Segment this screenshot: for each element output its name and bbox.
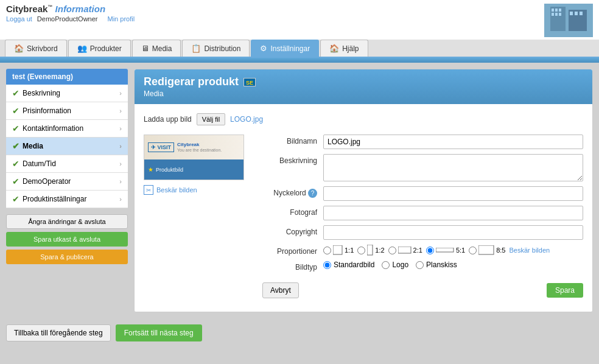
ratio-1-1-radio[interactable] [323, 247, 331, 254]
tab-hjalp-label: Hjälp [342, 44, 359, 53]
next-step-button[interactable]: Fortsätt till nästa steg [116, 324, 202, 341]
svg-rect-4 [555, 9, 558, 12]
tab-installningar[interactable]: ⚙ Inställningar [251, 40, 319, 57]
ratio-2-1-box [398, 247, 412, 254]
ratio-1-1-box [333, 245, 343, 255]
produkter-icon: 👥 [77, 44, 87, 53]
sidebar-title: test (Evenemang) [6, 69, 128, 85]
ratio-1-2-label: 1:2 [375, 247, 384, 254]
brand-tm: ™ [47, 4, 52, 10]
tab-produkter-label: Produkter [90, 44, 122, 53]
crop-link[interactable]: Beskär bilden [509, 247, 550, 254]
distribution-icon: 📋 [191, 44, 201, 53]
username-display: DemoProductOwner [37, 15, 98, 24]
bildtyp-logo[interactable]: Logo [382, 261, 408, 269]
sidebar-item-label: Beskrivning [23, 89, 60, 97]
svg-rect-7 [555, 13, 558, 16]
product-label: Produktbild [156, 167, 183, 173]
ratio-1-2-radio[interactable] [357, 247, 365, 254]
bildtyp-standardbild[interactable]: Standardbild [323, 261, 374, 269]
copyright-input[interactable] [323, 225, 583, 240]
sidebar-item-demooperator[interactable]: ✔ DemoOperator › [6, 173, 128, 191]
ratio-1-1-label: 1:1 [345, 247, 354, 254]
save-publish-button[interactable]: Spara & publicera [6, 250, 128, 264]
bildtyp-options: Standardbild Logo Planskiss [323, 261, 457, 269]
ratio-8-5-radio[interactable] [469, 247, 477, 254]
tab-hjalp[interactable]: 🏠 Hjälp [320, 40, 368, 57]
cb-logo: CitybreakYou are the destination. [177, 142, 222, 153]
check-icon: ✔ [12, 159, 19, 169]
skrivbord-icon: 🏠 [14, 44, 24, 53]
bildtyp-logo-label: Logo [392, 261, 408, 269]
tab-produkter[interactable]: 👥 Produkter [68, 40, 131, 57]
bildtyp-planskiss-radio[interactable] [416, 261, 424, 269]
sidebar-item-datumtid[interactable]: ✔ Datum/Tid › [6, 155, 128, 173]
proportioner-row: Proportioner 1:1 1:2 [262, 245, 583, 256]
blue-bar [0, 58, 599, 63]
sidebar-item-label: Datum/Tid [23, 159, 56, 168]
nyckelord-row: Nyckelord ? [262, 186, 583, 201]
header-left: Citybreak™ Information Logga ut DemoProd… [6, 4, 135, 24]
bildnamn-row: Bildnamn [262, 135, 583, 149]
title-text: Redigerar produkt [144, 75, 239, 88]
ratio-5-1-box [436, 248, 454, 253]
bildtyp-planskiss[interactable]: Planskiss [416, 261, 457, 269]
cancel-button[interactable]: Avbryt [262, 282, 299, 298]
beskrivning-textarea[interactable] [323, 154, 583, 181]
tab-media-label: Media [152, 44, 172, 53]
prev-step-button[interactable]: Tillbaka till föregående steg [6, 324, 111, 341]
check-icon: ✔ [12, 124, 19, 133]
check-icon: ✔ [12, 141, 19, 151]
hjalp-icon: 🏠 [329, 44, 339, 53]
copyright-label: Copyright [262, 225, 317, 236]
sidebar-item-media[interactable]: ✔ Media › [6, 138, 128, 155]
sidebar-item-left: ✔ DemoOperator [12, 177, 71, 186]
profile-link[interactable]: Min profil [107, 15, 135, 24]
nyckelord-input[interactable] [323, 186, 583, 201]
svg-rect-6 [552, 13, 554, 16]
tab-distribution[interactable]: 📋 Distribution [182, 40, 250, 57]
upload-filename: LOGO.jpg [230, 115, 263, 124]
svg-rect-11 [580, 12, 583, 15]
bottom-nav: Tillbaka till föregående steg Fortsätt t… [0, 318, 599, 348]
ratio-2-1-radio[interactable] [388, 247, 396, 254]
brand-name: Citybreak [6, 4, 47, 14]
sidebar-item-label: Prisinformation [23, 107, 71, 115]
beskrivning-label: Beskrivning [262, 154, 317, 165]
ratio-1-2[interactable]: 1:2 [357, 245, 384, 256]
check-icon: ✔ [12, 194, 19, 204]
image-bottom: ★ Produktbild [144, 159, 243, 180]
crop-image-button[interactable]: ✂ Beskär bilden [144, 185, 253, 195]
ratio-8-5[interactable]: 8:5 [469, 245, 505, 255]
ratio-2-1-label: 2:1 [413, 247, 422, 254]
ratio-2-1[interactable]: 2:1 [388, 247, 422, 254]
bildtyp-standardbild-radio[interactable] [323, 261, 331, 269]
sidebar-item-prisinformation[interactable]: ✔ Prisinformation › [6, 102, 128, 120]
sidebar-item-kontaktinformation[interactable]: ✔ Kontaktinformation › [6, 120, 128, 138]
svg-rect-12 [333, 245, 342, 254]
tab-skrivbord-label: Skrivbord [27, 44, 58, 53]
ratio-1-1[interactable]: 1:1 [323, 245, 354, 255]
svg-rect-16 [478, 245, 494, 254]
save-draft-button[interactable]: Spara utkast & avsluta [6, 232, 128, 247]
chevron-right-icon: › [119, 160, 122, 167]
help-icon[interactable]: ? [308, 189, 317, 198]
bildnamn-input[interactable] [323, 135, 583, 149]
form-column: Bildnamn Beskrivning Nyckelord ? [262, 135, 583, 298]
choose-file-button[interactable]: Välj fil [197, 113, 225, 125]
svg-rect-9 [570, 12, 573, 15]
undo-button[interactable]: Ångra ändringar & avsluta [6, 214, 128, 229]
copyright-row: Copyright [262, 225, 583, 240]
logout-link[interactable]: Logga ut [6, 15, 32, 24]
bildtyp-logo-radio[interactable] [382, 261, 390, 269]
save-button[interactable]: Spara [547, 283, 583, 298]
ratio-5-1-radio[interactable] [426, 247, 434, 254]
tab-skrivbord[interactable]: 🏠 Skrivbord [5, 40, 67, 57]
ratio-5-1[interactable]: 5:1 [426, 247, 465, 254]
svg-rect-3 [552, 9, 554, 12]
fotograf-input[interactable] [323, 206, 583, 220]
sidebar-item-produktinstallningar[interactable]: ✔ Produktinställningar › [6, 191, 128, 208]
sidebar-item-left: ✔ Beskrivning [12, 88, 60, 98]
tab-media[interactable]: 🖥 Media [132, 40, 181, 57]
sidebar-item-beskrivning[interactable]: ✔ Beskrivning › [6, 85, 128, 102]
